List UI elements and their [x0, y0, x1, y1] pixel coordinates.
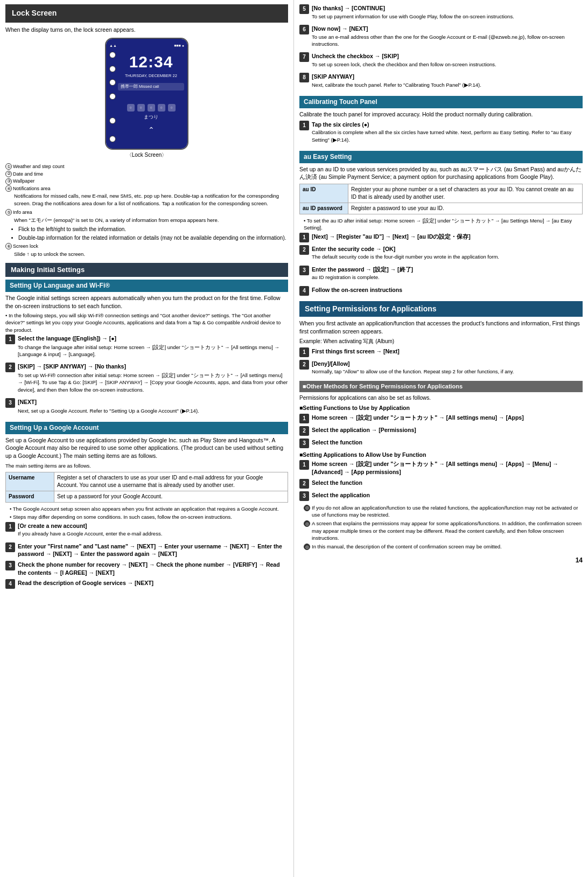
setting-permissions-example: Example: When activating 写真 (Album) [299, 338, 583, 345]
lock-screen-labels: ① Weather and step count ② Date and time… [5, 163, 288, 257]
phone-matsuri: まつり [144, 114, 158, 121]
label-item-2: ② Date and time [5, 171, 288, 178]
au-setup-note: To set the au ID after initial setup: Ho… [304, 217, 583, 232]
step-byapp-1: 1 Home screen → [設定] under "ショートカット" → [… [299, 414, 583, 423]
step-au-content-1: [Next] → [Register "au ID"] → [Next] → [… [312, 233, 583, 241]
label-text-1: Weather and step count [13, 163, 64, 170]
step-google-num-2: 2 [5, 542, 15, 552]
step-au-content-2: Enter the security code → [OK] The defau… [312, 245, 583, 263]
step-lang-num-1: 1 [5, 335, 15, 344]
label-item-6: ⑥ Screen lock [5, 243, 288, 250]
setting-permissions-desc: When you first activate an application/f… [299, 319, 583, 335]
au-easy-desc: Set up an au ID to use various services … [299, 165, 583, 181]
step-google-content-4: Read the description of Google services … [18, 579, 288, 587]
google-table: Username Register a set of characters to… [5, 472, 288, 503]
screen-lock-desc: Slide ↑ up to unlock the screen. [14, 250, 288, 257]
step-google-2: 2 Enter your "First name" and "Last name… [5, 542, 288, 558]
phone-label-6: ⑥ [109, 136, 116, 142]
info-note-text-1: If you do not allow an application/funct… [312, 504, 583, 519]
step-cal-content-1: Tap the six circles (●) Calibration is c… [312, 121, 583, 145]
label-text-3: Wallpaper [13, 178, 34, 185]
phone-label-1: ① [109, 52, 116, 58]
step-cont-content-5: [No thanks] → [CONTINUE] To set up payme… [312, 4, 583, 22]
step-au-num-3: 3 [299, 266, 309, 275]
step-au-num-4: 4 [299, 286, 309, 296]
status-signal: ■■■ ● [174, 43, 184, 48]
setting-google-header: Setting Up a Google Account [5, 422, 288, 434]
label-item-1: ① Weather and step count [5, 163, 288, 170]
setting-lang-note1: In the following steps, you will skip Wi… [5, 312, 288, 333]
au-easy-header: au Easy Setting [299, 151, 583, 163]
step-lang-3: 3 [NEXT] Next, set up a Google Account. … [5, 398, 288, 416]
step-byfunc-content-3: Select the application [312, 491, 583, 499]
by-application-header: ■Setting Functions to Use by Application [299, 404, 583, 412]
step-byfunc-num-3: 3 [299, 491, 309, 501]
setting-lang-desc: The Google initial settings screen appea… [5, 294, 288, 310]
setting-lang-header: Setting Up Language and Wi-Fi® [5, 280, 288, 292]
label-num-3: ③ [5, 178, 12, 185]
phone-label-3: ③ [109, 79, 116, 86]
step-google-content-2: Enter your "First name" and "Last name" … [18, 542, 288, 558]
step-byfunc-2: 2 Select the function [299, 479, 583, 489]
notif-area-desc: Notifications for missed calls, new E-ma… [14, 192, 288, 207]
au-table-val-id: Register your au phone number or a set o… [348, 184, 583, 203]
step-byapp-content-1: Home screen → [設定] under "ショートカット" → [Al… [312, 414, 583, 422]
phone-caption: 〈Lock Screen〉 [127, 151, 167, 159]
step-google-num-1: 1 [5, 522, 15, 532]
step-lang-num-3: 3 [5, 398, 15, 408]
au-table: au ID Register your au phone number or a… [299, 184, 583, 214]
step-perm-content-2: [Deny]/[Allow] Normally, tap "Allow" to … [312, 360, 583, 378]
au-table-row-id: au ID Register your au phone number or a… [300, 184, 583, 203]
step-cont-7: 7 Uncheck the checkbox → [SKIP] To set u… [299, 52, 583, 70]
info-area-desc: When "エモパー (emopa)" is set to ON, a vari… [14, 217, 288, 224]
info-area-bullets: Flick to the left/right to switch the in… [18, 226, 288, 242]
step-au-3: 3 Enter the password → [設定] → [終了] au ID… [299, 266, 583, 283]
step-byfunc-content-2: Select the function [312, 479, 583, 487]
step-byfunc-num-2: 2 [299, 479, 309, 489]
phone-label-2: ② [109, 66, 116, 72]
step-cont-num-7: 7 [299, 52, 309, 62]
label-num-6: ⑥ [5, 243, 12, 249]
table-row-username: Username Register a set of characters to… [6, 472, 288, 491]
step-google-num-4: 4 [5, 579, 15, 589]
table-val-username: Register a set of characters to use as y… [54, 472, 288, 491]
phone-icon-1: ○ [127, 104, 135, 112]
bullet-2: Double-tap information for the related i… [18, 234, 288, 242]
label-item-5: ⑤ Info area [5, 209, 288, 216]
step-cont-5: 5 [No thanks] → [CONTINUE] To set up pay… [299, 4, 583, 22]
step-lang-num-2: 2 [5, 363, 15, 372]
step-google-3: 3 Check the phone number for recovery → … [5, 561, 288, 576]
label-text-5: Info area [13, 209, 32, 216]
status-bar: ▲▲ ■■■ ● [109, 43, 184, 48]
phone-icon-5: ○ [168, 104, 176, 112]
label-num-1: ① [5, 163, 12, 170]
calibrating-section: Calibrating Touch Panel Calibrate the to… [299, 96, 583, 145]
step-google-content-3: Check the phone number for recovery → [N… [18, 561, 288, 576]
setting-permissions-header: Setting Permissions for Applications [299, 301, 583, 317]
page: Lock Screen When the display turns on, t… [0, 0, 588, 877]
continued-steps-section: 5 [No thanks] → [CONTINUE] To set up pay… [299, 4, 583, 91]
phone-label-4: ④ [109, 93, 116, 100]
step-cal-1: 1 Tap the six circles (●) Calibration is… [299, 121, 583, 145]
table-key-username: Username [6, 472, 54, 491]
step-lang-content-1: Select the language ([English]) → [●] To… [18, 335, 288, 360]
phone-time: 12:34 [129, 51, 173, 73]
phone-icon-3: ○ [148, 104, 155, 112]
info-note-3: ◎ In this manual, the description of the… [304, 543, 583, 550]
table-row-password: Password Set up a password for your Goog… [6, 491, 288, 503]
google-main-items: The main setting items are as follows. [5, 462, 288, 469]
phone-label-5: ⑤ [109, 117, 116, 124]
step-byapp-num-1: 1 [299, 414, 309, 423]
step-cont-num-6: 6 [299, 25, 309, 34]
step-byfunc-1: 1 Home screen → [設定] under "ショートカット" → [… [299, 460, 583, 476]
step-au-4: 4 Follow the on-screen instructions [299, 286, 583, 296]
table-val-password: Set up a password for your Google Accoun… [54, 491, 288, 503]
info-note-text-2: A screen that explains the permissions m… [312, 520, 583, 541]
step-au-num-1: 1 [299, 233, 309, 242]
by-function-header: ■Setting Applications to Allow Use by Fu… [299, 451, 583, 459]
step-cont-num-5: 5 [299, 4, 309, 14]
google-note-2: Steps may differ depending on some condi… [10, 513, 288, 520]
info-note-2: ◎ A screen that explains the permissions… [304, 520, 583, 541]
label-item-4: ④ Notifications area [5, 185, 288, 192]
lock-screen-description: When the display turns on, the lock scre… [5, 26, 288, 34]
